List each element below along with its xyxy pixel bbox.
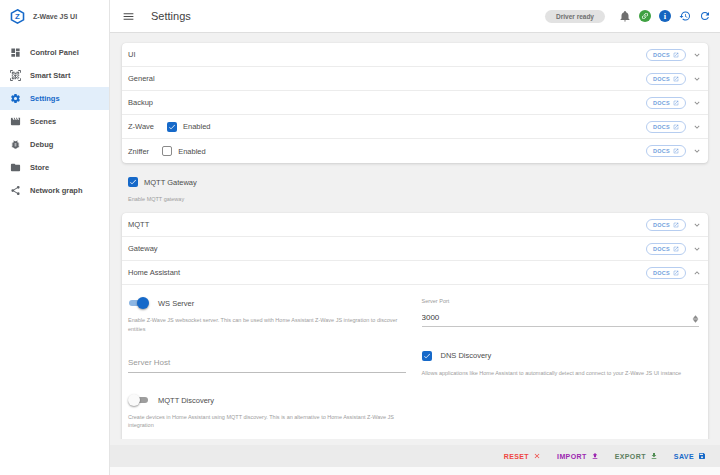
section-label: Home Assistant xyxy=(128,268,180,277)
sidebar-item-smart-start[interactable]: Smart Start xyxy=(0,64,109,87)
docs-button[interactable]: DOCS xyxy=(646,145,686,157)
sidebar-item-settings[interactable]: Settings xyxy=(0,87,109,110)
zwave-enabled-group: Enabled xyxy=(167,122,211,132)
sidebar-item-label: Smart Start xyxy=(30,71,70,80)
sidebar: Z Z-Wave JS UI Control Panel Smart Start… xyxy=(0,0,110,475)
section-label: MQTT xyxy=(128,220,149,229)
section-label: Backup xyxy=(128,98,153,107)
main-area: Settings Driver ready i xyxy=(110,0,720,475)
number-stepper[interactable] xyxy=(692,315,699,323)
chevron-down-icon[interactable] xyxy=(688,74,705,84)
stepper-down-icon xyxy=(692,319,699,323)
docs-button[interactable]: DOCS xyxy=(646,49,686,61)
export-button[interactable]: EXPORT xyxy=(615,452,658,460)
save-icon xyxy=(698,452,706,460)
page-title: Settings xyxy=(151,10,191,22)
section-label: General xyxy=(128,74,155,83)
zwave-enabled-checkbox[interactable] xyxy=(167,122,177,132)
sidebar-item-label: Store xyxy=(30,163,49,172)
section-row-general[interactable]: General DOCS xyxy=(122,67,708,91)
zniffer-enabled-checkbox[interactable] xyxy=(162,146,172,156)
open-in-new-icon xyxy=(673,246,679,252)
docs-button[interactable]: DOCS xyxy=(646,97,686,109)
section-row-gateway[interactable]: Gateway DOCS xyxy=(122,237,708,261)
sidebar-item-network-graph[interactable]: Network graph xyxy=(0,179,109,202)
close-icon xyxy=(533,452,541,460)
ws-server-toggle[interactable] xyxy=(128,298,149,308)
chevron-down-icon[interactable] xyxy=(688,146,705,156)
section-row-zwave[interactable]: Z-Wave Enabled DOCS xyxy=(122,115,708,139)
docs-button[interactable]: DOCS xyxy=(646,73,686,85)
chevron-down-icon[interactable] xyxy=(688,220,705,230)
check-icon xyxy=(423,352,431,360)
dns-discovery-block: DNS Discovery Allows applications like H… xyxy=(422,351,700,377)
reset-button[interactable]: RESET xyxy=(504,452,541,460)
section-row-zniffer[interactable]: Zniffer Enabled DOCS xyxy=(122,139,708,163)
server-port-block: Server Port xyxy=(422,298,700,333)
sidebar-menu: Control Panel Smart Start Settings Scene… xyxy=(0,33,109,202)
dns-discovery-checkbox[interactable] xyxy=(422,351,432,361)
mqtt-discovery-block: MQTT Discovery Create devices in Home As… xyxy=(128,395,406,430)
download-icon xyxy=(650,452,658,460)
docs-button[interactable]: DOCS xyxy=(646,121,686,133)
sidebar-header: Z Z-Wave JS UI xyxy=(0,0,109,33)
zniffer-enabled-group: Enabled xyxy=(162,146,206,156)
ws-server-helper: Enable Z-Wave JS websocket server. This … xyxy=(128,316,406,333)
save-button[interactable]: SAVE xyxy=(674,452,706,460)
sidebar-item-label: Scenes xyxy=(30,117,56,126)
server-port-label: Server Port xyxy=(422,298,700,304)
check-icon xyxy=(168,123,176,131)
dashboard-icon xyxy=(10,47,21,58)
history-icon[interactable] xyxy=(679,10,691,22)
sidebar-item-control-panel[interactable]: Control Panel xyxy=(0,41,109,64)
topbar: Settings Driver ready i xyxy=(110,0,720,33)
menu-hamburger-icon[interactable] xyxy=(122,10,135,23)
server-port-input[interactable] xyxy=(422,313,700,322)
checkbox-label: Enabled xyxy=(183,122,211,131)
sidebar-item-debug[interactable]: Debug xyxy=(0,133,109,156)
docs-button[interactable]: DOCS xyxy=(646,219,686,231)
ws-server-label: WS Server xyxy=(158,299,194,308)
folder-icon xyxy=(10,162,21,173)
connection-status-icon[interactable] xyxy=(639,10,651,22)
open-in-new-icon xyxy=(673,222,679,228)
topbar-actions: Driver ready i xyxy=(545,10,711,23)
server-host-input[interactable] xyxy=(128,356,406,373)
section-row-mqtt[interactable]: MQTT DOCS xyxy=(122,213,708,237)
checkbox-label: Enabled xyxy=(178,147,206,156)
zwave-logo-icon: Z xyxy=(9,8,26,25)
svg-text:Z: Z xyxy=(15,12,20,21)
sidebar-item-store[interactable]: Store xyxy=(0,156,109,179)
chevron-down-icon[interactable] xyxy=(688,244,705,254)
mqtt-discovery-toggle[interactable] xyxy=(128,395,149,405)
sidebar-item-label: Control Panel xyxy=(30,48,79,57)
bottom-strip xyxy=(110,467,720,475)
chevron-up-icon[interactable] xyxy=(688,268,705,278)
dns-discovery-helper: Allows applications like Home Assistant … xyxy=(422,369,700,377)
docs-button[interactable]: DOCS xyxy=(646,243,686,255)
info-icon[interactable]: i xyxy=(659,10,671,22)
section-row-ui[interactable]: UI DOCS xyxy=(122,43,708,67)
chevron-down-icon[interactable] xyxy=(688,98,705,108)
section-label: Z-Wave xyxy=(128,122,154,131)
section-row-home-assistant[interactable]: Home Assistant DOCS xyxy=(122,261,708,285)
section-row-backup[interactable]: Backup DOCS xyxy=(122,91,708,115)
ws-server-block: WS Server Enable Z-Wave JS websocket ser… xyxy=(128,298,406,333)
chevron-down-icon[interactable] xyxy=(688,122,705,132)
check-icon xyxy=(129,178,137,186)
import-button[interactable]: IMPORT xyxy=(557,452,599,460)
bug-icon xyxy=(10,139,21,150)
open-in-new-icon xyxy=(673,76,679,82)
upload-icon xyxy=(591,452,599,460)
mqtt-gateway-checkbox[interactable] xyxy=(128,177,138,187)
mqtt-gateway-label: MQTT Gateway xyxy=(144,178,197,187)
movie-icon xyxy=(10,116,21,127)
mqtt-discovery-helper: Create devices in Home Assistant using M… xyxy=(128,413,406,430)
open-in-new-icon xyxy=(673,52,679,58)
docs-button[interactable]: DOCS xyxy=(646,267,686,279)
refresh-icon[interactable] xyxy=(699,10,711,22)
server-host-block xyxy=(128,351,406,377)
sidebar-item-scenes[interactable]: Scenes xyxy=(0,110,109,133)
chevron-down-icon[interactable] xyxy=(688,50,705,60)
bell-icon[interactable] xyxy=(619,10,631,22)
